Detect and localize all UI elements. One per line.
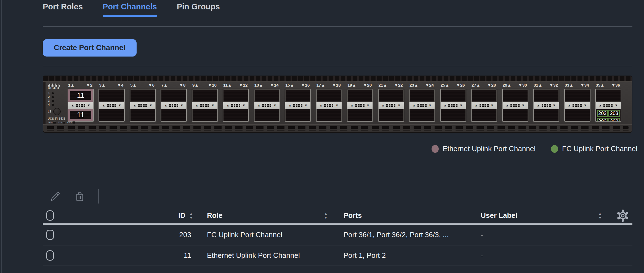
edit-button[interactable] bbox=[50, 191, 61, 202]
chassis-bottom-vents bbox=[43, 124, 632, 132]
legend-label: FC Uplink Port Channel bbox=[562, 144, 637, 153]
port-pair-label: 3▲▼4 bbox=[99, 83, 125, 89]
row-checkbox[interactable] bbox=[46, 230, 54, 240]
led-icon bbox=[52, 103, 54, 106]
cell-user-label: - bbox=[476, 231, 608, 239]
port-slot-top bbox=[316, 89, 342, 102]
port-slot-bottom: 11 bbox=[68, 109, 93, 121]
status-led-list: 1234 bbox=[48, 91, 67, 106]
port-slot-bottom bbox=[409, 109, 435, 121]
port-slot-bottom bbox=[285, 109, 310, 121]
port-group-21-22[interactable]: 21▲▼22▲▼ bbox=[378, 83, 404, 122]
port-slot-bottom bbox=[503, 109, 528, 121]
port-module: ▲▼ bbox=[347, 89, 373, 122]
header-role[interactable]: Role ▲▼ bbox=[197, 211, 338, 220]
port-slot-top bbox=[223, 89, 248, 102]
cell-id: 203 bbox=[65, 231, 197, 239]
front-led-1: 1 bbox=[48, 91, 67, 95]
port-module: ▲▼ bbox=[192, 89, 218, 122]
port-group-25-26[interactable]: 25▲▼26▲▼ bbox=[440, 83, 466, 122]
port-pair-label: 35▲▼36 bbox=[595, 83, 621, 89]
create-port-channel-button[interactable]: Create Port Channel bbox=[43, 39, 137, 57]
port-pair-label: 33▲▼34 bbox=[564, 83, 590, 89]
gear-icon[interactable] bbox=[616, 209, 629, 222]
latch-dots-icon bbox=[293, 103, 303, 107]
port-group-35-36[interactable]: 35▲▼36▲▼203203203203 bbox=[595, 83, 621, 122]
port-group-7-8[interactable]: 7▲▼8▲▼ bbox=[161, 83, 187, 122]
port-channel-legend: Ethernet Uplink Port ChannelFC Uplink Po… bbox=[432, 144, 637, 153]
chassis-led-sts: STS bbox=[58, 121, 65, 124]
port-pair-label: 13▲▼14 bbox=[254, 83, 280, 89]
port-channels-table: ID ▲▼ Role ▲▼ Ports User Label ▲▼ bbox=[43, 208, 632, 266]
port-slot-bottom bbox=[565, 109, 590, 121]
sort-icon[interactable]: ▲▼ bbox=[189, 212, 193, 219]
port-pair-label: 1▲▼2 bbox=[68, 83, 94, 89]
port-group-5-6[interactable]: 5▲▼6▲▼ bbox=[130, 83, 156, 122]
port-group-11-12[interactable]: 11▲▼12▲▼ bbox=[223, 83, 249, 122]
row-checkbox[interactable] bbox=[46, 250, 54, 261]
tab-port-channels[interactable]: Port Channels bbox=[103, 2, 157, 17]
led-icon bbox=[52, 96, 54, 98]
legend-dot-icon bbox=[551, 145, 558, 153]
led-icon bbox=[52, 100, 54, 102]
port-group-17-18[interactable]: 17▲▼18▲▼ bbox=[316, 83, 342, 122]
header-user-label[interactable]: User Label ▲▼ bbox=[476, 211, 608, 220]
port-pair-label: 15▲▼16 bbox=[285, 83, 311, 89]
port-group-1-2[interactable]: 1▲▼211▲▼11 bbox=[68, 83, 94, 122]
sort-icon[interactable]: ▲▼ bbox=[598, 212, 602, 219]
cell-ports: Port 1, Port 2 bbox=[338, 251, 476, 260]
port-slot-bottom bbox=[223, 109, 248, 121]
port-group-9-10[interactable]: 9▲▼10▲▼ bbox=[192, 83, 218, 122]
port-pair-label: 29▲▼30 bbox=[502, 83, 528, 89]
port-slot-top bbox=[534, 89, 559, 102]
port-module: ▲▼ bbox=[223, 89, 249, 122]
port-latch: ▲▼ bbox=[596, 102, 621, 109]
fc-breakout-highlight: 203203203203 bbox=[596, 109, 621, 121]
header-id[interactable]: ID ▲▼ bbox=[65, 211, 197, 220]
port-pair-label: 31▲▼32 bbox=[533, 83, 559, 89]
ethernet-port-channel-highlight: 11 bbox=[68, 89, 93, 102]
port-group-19-20[interactable]: 19▲▼20▲▼ bbox=[347, 83, 373, 122]
port-pair-label: 23▲▼24 bbox=[409, 83, 435, 89]
port-pair-label: 5▲▼6 bbox=[130, 83, 156, 89]
cell-id: 11 bbox=[65, 251, 197, 260]
port-latch: ▲▼ bbox=[254, 102, 280, 109]
breakout-port-label: 203 bbox=[597, 118, 608, 122]
table-body: 203FC Uplink Port ChannelPort 36/1, Port… bbox=[43, 225, 632, 266]
port-group-3-4[interactable]: 3▲▼4▲▼ bbox=[99, 83, 125, 122]
port-latch: ▲▼ bbox=[534, 102, 559, 109]
port-latch: ▲▼ bbox=[192, 102, 217, 109]
port-slot-top bbox=[472, 89, 497, 102]
port-group-15-16[interactable]: 15▲▼16▲▼ bbox=[285, 83, 311, 122]
latch-dots-icon bbox=[231, 103, 241, 107]
port-group-31-32[interactable]: 31▲▼32▲▼ bbox=[533, 83, 559, 122]
port-latch: ▲▼ bbox=[161, 102, 186, 109]
latch-dots-icon bbox=[542, 103, 551, 107]
latch-dots-icon bbox=[417, 103, 427, 107]
port-slot-top: 11 bbox=[68, 89, 93, 102]
tab-port-roles[interactable]: Port Roles bbox=[43, 2, 83, 17]
latch-dots-icon bbox=[355, 103, 365, 107]
port-group-33-34[interactable]: 33▲▼34▲▼ bbox=[564, 83, 590, 122]
table-row-port-channel-11[interactable]: 11Ethernet Uplink Port ChannelPort 1, Po… bbox=[43, 245, 632, 266]
port-latch: ▲▼ bbox=[441, 102, 466, 109]
select-all-checkbox[interactable] bbox=[46, 210, 54, 221]
port-group-29-30[interactable]: 29▲▼30▲▼ bbox=[502, 83, 528, 122]
breakout-port-label: 203 bbox=[597, 110, 608, 117]
tab-pin-groups[interactable]: Pin Groups bbox=[177, 2, 220, 17]
port-module: ▲▼ bbox=[533, 89, 559, 122]
locator-button[interactable] bbox=[53, 108, 61, 115]
port-pair-label: 21▲▼22 bbox=[378, 83, 404, 89]
table-toolbar bbox=[50, 189, 99, 204]
port-module: ▲▼ bbox=[130, 89, 156, 122]
delete-button[interactable] bbox=[74, 191, 86, 202]
port-group-27-28[interactable]: 27▲▼28▲▼ bbox=[471, 83, 497, 122]
latch-dots-icon bbox=[262, 103, 272, 107]
port-pair-label: 17▲▼18 bbox=[316, 83, 342, 89]
port-group-13-14[interactable]: 13▲▼14▲▼ bbox=[254, 83, 280, 122]
bottom-led-labels: BCNSTSENV bbox=[48, 121, 67, 124]
port-group-23-24[interactable]: 23▲▼24▲▼ bbox=[409, 83, 435, 122]
table-row-port-channel-203[interactable]: 203FC Uplink Port ChannelPort 36/1, Port… bbox=[43, 225, 632, 245]
sort-icon[interactable]: ▲▼ bbox=[324, 212, 328, 219]
ports-area: 1▲▼211▲▼113▲▼4▲▼5▲▼6▲▼7▲▼8▲▼9▲▼10▲▼11▲▼1… bbox=[67, 82, 632, 124]
